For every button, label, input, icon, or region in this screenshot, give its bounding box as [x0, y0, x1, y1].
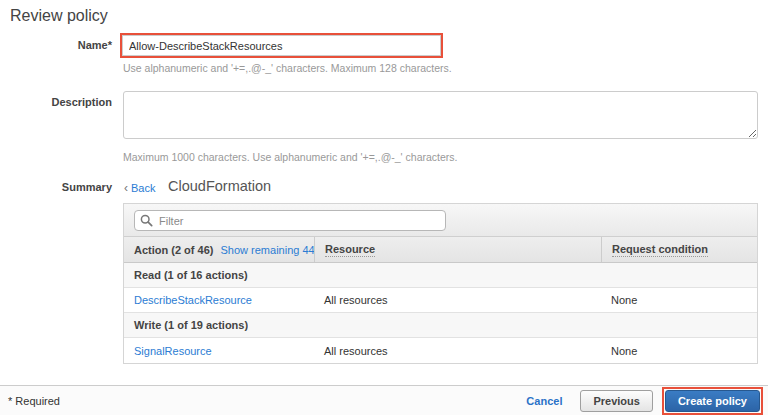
review-policy-page: Review policy Name* Use alphanumeric and…: [0, 0, 768, 415]
table-row: SignalResource All resources None: [124, 338, 757, 363]
resource-cell: All resources: [314, 294, 601, 306]
group-row-write: Write (1 of 19 actions): [124, 313, 757, 338]
create-policy-button[interactable]: Create policy: [665, 390, 760, 412]
show-remaining-link[interactable]: Show remaining 44: [221, 244, 314, 256]
resource-cell: All resources: [314, 345, 601, 357]
action-link-signalresource[interactable]: SignalResource: [134, 345, 212, 357]
chevron-left-icon: ‹: [124, 181, 128, 195]
page-title: Review policy: [10, 7, 108, 25]
table-row: DescribeStackResource All resources None: [124, 288, 757, 313]
summary-panel: Action (2 of 46) Show remaining 44 Resou…: [123, 203, 758, 364]
filter-bar: [124, 204, 757, 237]
filter-input[interactable]: [134, 210, 446, 231]
required-note: * Required: [8, 395, 526, 407]
description-help-text: Maximum 1000 characters. Use alphanumeri…: [123, 151, 457, 163]
create-policy-annotation-highlight: Create policy: [662, 387, 763, 415]
summary-label: Summary: [0, 181, 112, 193]
group-row-read: Read (1 of 16 actions): [124, 263, 757, 288]
previous-button[interactable]: Previous: [580, 390, 652, 412]
name-label: Name*: [0, 39, 112, 51]
name-annotation-highlight: [120, 33, 443, 58]
column-header-request-condition: Request condition: [601, 237, 757, 262]
service-title: CloudFormation: [168, 178, 271, 194]
column-header-action: Action (2 of 46) Show remaining 44: [124, 244, 314, 256]
back-link[interactable]: ‹Back: [124, 181, 155, 195]
action-link-describestackresource[interactable]: DescribeStackResource: [134, 294, 252, 306]
description-label: Description: [0, 96, 112, 108]
column-header-resource: Resource: [314, 237, 601, 262]
condition-cell: None: [601, 294, 757, 306]
condition-cell: None: [601, 345, 757, 357]
search-icon: [140, 214, 153, 227]
policy-name-input[interactable]: [122, 35, 441, 56]
policy-description-textarea[interactable]: [123, 91, 758, 139]
name-help-text: Use alphanumeric and '+=,.@-_' character…: [123, 62, 452, 74]
table-header-row: Action (2 of 46) Show remaining 44 Resou…: [124, 237, 757, 263]
cancel-link[interactable]: Cancel: [526, 395, 562, 407]
footer-bar: * Required Cancel Previous Create policy: [0, 385, 768, 415]
